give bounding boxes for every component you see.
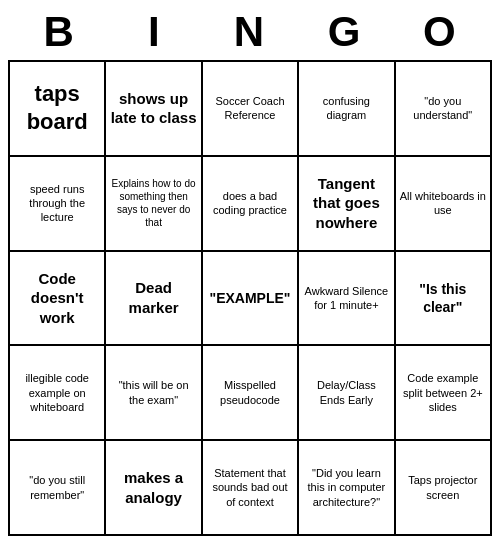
- bingo-cell-6: Explains how to do something then says t…: [106, 157, 202, 252]
- bingo-grid: taps boardshows up late to classSoccer C…: [8, 60, 492, 536]
- bingo-cell-21: makes a analogy: [106, 441, 202, 536]
- bingo-cell-7: does a bad coding practice: [203, 157, 299, 252]
- bingo-cell-11: Dead marker: [106, 252, 202, 347]
- bingo-cell-9: All whiteboards in use: [396, 157, 492, 252]
- bingo-cell-12: "EXAMPLE": [203, 252, 299, 347]
- bingo-cell-18: Delay/Class Ends Early: [299, 346, 395, 441]
- bingo-cell-19: Code example split between 2+ slides: [396, 346, 492, 441]
- bingo-cell-10: Code doesn't work: [10, 252, 106, 347]
- bingo-cell-22: Statement that sounds bad out of context: [203, 441, 299, 536]
- bingo-cell-13: Awkward Silence for 1 minute+: [299, 252, 395, 347]
- bingo-cell-1: shows up late to class: [106, 62, 202, 157]
- bingo-title: BINGO: [8, 8, 492, 56]
- bingo-cell-16: "this will be on the exam": [106, 346, 202, 441]
- bingo-cell-0: taps board: [10, 62, 106, 157]
- bingo-cell-17: Misspelled pseudocode: [203, 346, 299, 441]
- bingo-letter-i: I: [111, 8, 199, 56]
- bingo-cell-5: speed runs through the lecture: [10, 157, 106, 252]
- bingo-letter-n: N: [206, 8, 294, 56]
- bingo-cell-24: Taps projector screen: [396, 441, 492, 536]
- bingo-cell-3: confusing diagram: [299, 62, 395, 157]
- bingo-cell-20: "do you still remember": [10, 441, 106, 536]
- bingo-letter-g: G: [301, 8, 389, 56]
- bingo-cell-15: illegible code example on whiteboard: [10, 346, 106, 441]
- bingo-cell-8: Tangent that goes nowhere: [299, 157, 395, 252]
- bingo-cell-14: "Is this clear": [396, 252, 492, 347]
- bingo-cell-4: "do you understand": [396, 62, 492, 157]
- bingo-cell-23: "Did you learn this in computer architec…: [299, 441, 395, 536]
- bingo-letter-o: O: [396, 8, 484, 56]
- bingo-letter-b: B: [16, 8, 104, 56]
- bingo-cell-2: Soccer Coach Reference: [203, 62, 299, 157]
